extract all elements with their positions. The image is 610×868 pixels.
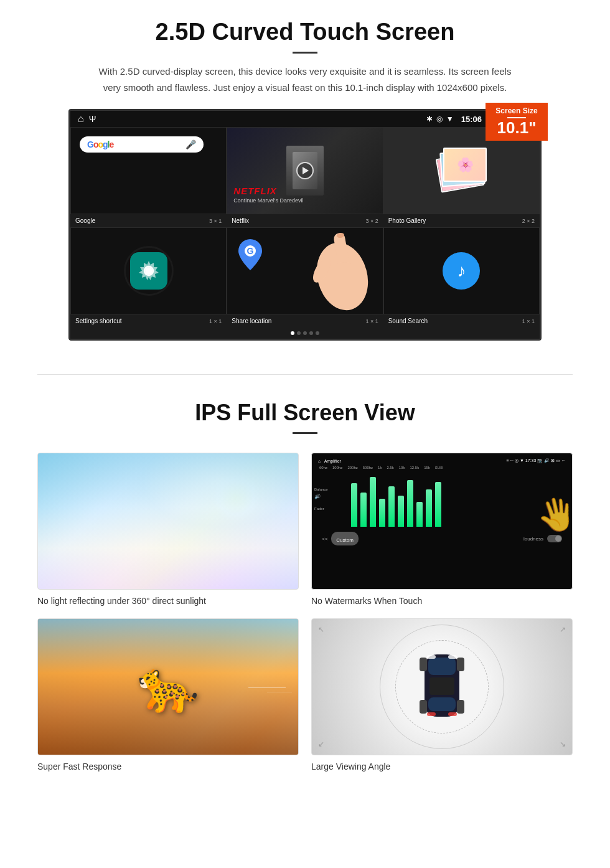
cheetah-icon: 🐆 bbox=[137, 658, 199, 716]
eq-status-bar: ⌂ Amplifier ≡ ··· ◎ ▼ 17:33 📷 🔊 ⊠ ▭ ← bbox=[317, 458, 567, 463]
svg-rect-20 bbox=[427, 712, 436, 716]
netflix-subtitle: Continue Marvel's Daredevil bbox=[233, 197, 303, 204]
dot-1 bbox=[291, 331, 294, 335]
eq-bar-9 bbox=[426, 489, 432, 527]
angle-arrow-tr: ↗ bbox=[560, 625, 566, 634]
eq-bar-2 bbox=[360, 493, 367, 527]
angle-arrow-br: ↘ bbox=[560, 740, 566, 748]
screen-device: ⌂ Ψ ✱ ◎ ▼ 15:06 📷 🔊 ⊠ ▭ bbox=[68, 109, 542, 341]
cheetah-label: Super Fast Response bbox=[37, 762, 299, 771]
feature-equalizer: ⌂ Amplifier ≡ ··· ◎ ▼ 17:33 📷 🔊 ⊠ ▭ ← 60… bbox=[311, 453, 573, 606]
svg-rect-19 bbox=[448, 655, 457, 659]
feature-car: ↖ ↗ ↙ ↘ Large Viewing Angle bbox=[311, 618, 573, 771]
app-labels-row2: Settings shortcut 1 × 1 Share location 1… bbox=[70, 314, 540, 328]
gallery-stack: 🌸 bbox=[433, 143, 489, 199]
svg-rect-13 bbox=[428, 697, 456, 711]
sound-search-label: Sound Search 1 × 1 bbox=[383, 314, 540, 328]
dot-2 bbox=[297, 331, 301, 335]
badge-title: Screen Size bbox=[493, 106, 540, 115]
screen-size-badge: Screen Size 10.1" bbox=[486, 103, 548, 141]
equalizer-label: No Watermarks When Touch bbox=[311, 596, 573, 606]
mic-icon: 🎤 bbox=[185, 139, 196, 149]
netflix-branding: NETFLIX Continue Marvel's Daredevil bbox=[233, 186, 303, 204]
hand-touch-image bbox=[296, 227, 383, 314]
photo-gallery-label: Photo Gallery 2 × 2 bbox=[383, 214, 540, 227]
eq-bars-container: 🖐 bbox=[317, 471, 567, 527]
section-divider bbox=[37, 374, 573, 375]
cheetah-image: 🐆 bbox=[37, 618, 299, 755]
sunlight-label: No light reflecting under 360° direct su… bbox=[37, 596, 299, 606]
hand-svg bbox=[296, 227, 383, 314]
svg-rect-12 bbox=[429, 677, 454, 695]
usb-icon: Ψ bbox=[89, 114, 96, 124]
app-grid-row1: Google 🎤 bbox=[70, 127, 540, 214]
title-divider bbox=[293, 52, 317, 54]
music-note-icon: ♪ bbox=[457, 261, 466, 281]
eq-bar-1 bbox=[351, 483, 357, 527]
sound-search-app-cell[interactable]: ♪ bbox=[383, 227, 540, 314]
badge-size: 10.1" bbox=[493, 118, 540, 138]
svg-rect-15 bbox=[457, 658, 464, 671]
netflix-label: Netflix 3 × 2 bbox=[227, 214, 383, 227]
maps-icon-wrapper: G bbox=[238, 239, 262, 273]
netflix-logo-text: NETFLIX bbox=[233, 186, 303, 196]
play-triangle bbox=[303, 167, 309, 174]
svg-rect-21 bbox=[448, 712, 457, 716]
eq-bar-4 bbox=[379, 499, 385, 527]
eq-bar-6 bbox=[398, 496, 404, 527]
time-display: 15:06 bbox=[461, 115, 482, 124]
svg-text:G: G bbox=[247, 246, 254, 256]
status-bar: ⌂ Ψ ✱ ◎ ▼ 15:06 📷 🔊 ⊠ ▭ bbox=[70, 111, 540, 127]
eq-freq-labels: 60hz 100hz 200hz 500hz 1k 2.5k 10k 12.5k… bbox=[317, 466, 567, 469]
eq-bar-8 bbox=[416, 502, 423, 527]
dot-4 bbox=[309, 331, 313, 335]
feature-sunlight: No light reflecting under 360° direct su… bbox=[37, 453, 299, 606]
location-icon: ◎ bbox=[436, 115, 443, 123]
google-search-bar[interactable]: Google 🎤 bbox=[80, 136, 204, 153]
sunlight-image bbox=[37, 453, 299, 590]
app-grid-row2: G bbox=[70, 227, 540, 314]
section2-divider bbox=[293, 432, 317, 434]
svg-rect-14 bbox=[420, 658, 427, 671]
dot-5 bbox=[316, 331, 319, 335]
feature-cheetah: 🐆 Super Fast Response bbox=[37, 618, 299, 771]
section-ips-full-screen: IPS Full Screen View No light reflecting… bbox=[0, 394, 610, 790]
play-circle bbox=[296, 162, 314, 179]
eq-bar-5 bbox=[388, 486, 395, 527]
google-label: Google 3 × 1 bbox=[70, 214, 227, 227]
google-app-cell[interactable]: Google 🎤 bbox=[70, 127, 227, 214]
car-image: ↖ ↗ ↙ ↘ bbox=[311, 618, 573, 755]
netflix-app-cell[interactable]: NETFLIX Continue Marvel's Daredevil bbox=[227, 127, 383, 214]
pagination-dots bbox=[70, 328, 540, 339]
sound-icon-wrapper: ♪ bbox=[443, 252, 480, 290]
angle-arrow-bl: ↙ bbox=[318, 740, 324, 748]
bluetooth-icon: ✱ bbox=[426, 115, 433, 123]
car-top-view bbox=[417, 645, 467, 729]
angle-arrow-tl: ↖ bbox=[318, 625, 324, 634]
wifi-icon: ▼ bbox=[446, 115, 454, 123]
eq-bar-10 bbox=[435, 482, 441, 527]
svg-rect-11 bbox=[428, 658, 456, 675]
svg-rect-16 bbox=[420, 700, 427, 714]
sky-gradient bbox=[38, 453, 298, 589]
section1-title: 2.5D Curved Touch Screen bbox=[37, 19, 573, 45]
home-icon: ⌂ bbox=[78, 113, 84, 125]
google-logo: Google bbox=[87, 139, 113, 149]
section1-description: With 2.5D curved-display screen, this de… bbox=[93, 64, 517, 95]
section-curved-touch-screen: 2.5D Curved Touch Screen With 2.5D curve… bbox=[0, 0, 610, 356]
car-svg bbox=[417, 645, 467, 726]
features-grid: No light reflecting under 360° direct su… bbox=[25, 453, 585, 771]
settings-app-cell[interactable] bbox=[70, 227, 227, 314]
eq-loudness-toggle[interactable] bbox=[547, 535, 562, 542]
gallery-img-3: 🌸 bbox=[443, 148, 487, 182]
svg-rect-18 bbox=[427, 655, 436, 659]
svg-rect-17 bbox=[457, 700, 464, 714]
share-location-label: Share location 1 × 1 bbox=[227, 314, 383, 328]
maps-pin-icon: G bbox=[238, 239, 262, 270]
dot-3 bbox=[303, 331, 307, 335]
equalizer-image: ⌂ Amplifier ≡ ··· ◎ ▼ 17:33 📷 🔊 ⊠ ▭ ← 60… bbox=[311, 453, 573, 590]
share-location-app-cell[interactable]: G bbox=[227, 227, 383, 314]
app-labels-row1: Google 3 × 1 Netflix 3 × 2 Photo Gallery… bbox=[70, 214, 540, 227]
eq-bar-3 bbox=[370, 477, 376, 527]
eq-bottom-bar: << Custom loudness bbox=[317, 529, 567, 548]
